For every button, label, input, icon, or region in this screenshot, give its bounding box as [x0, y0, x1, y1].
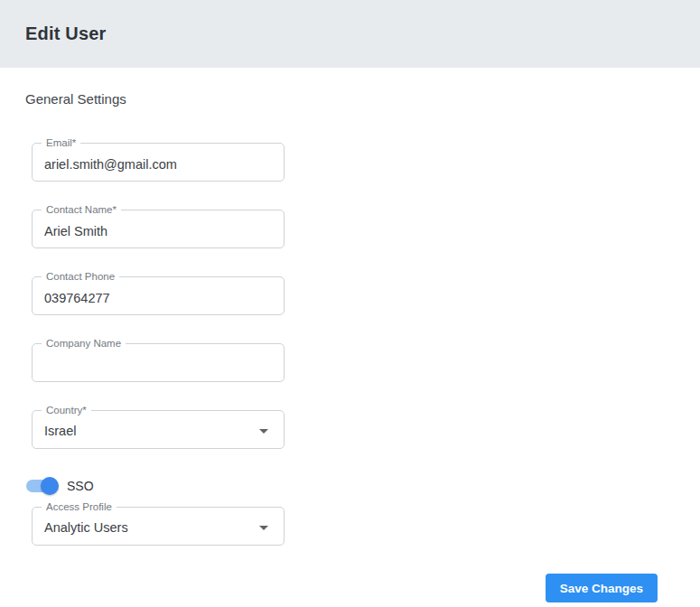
email-field-label: Email*	[42, 137, 80, 149]
edit-user-form-panel: General Settings Email* Contact Name* Co…	[0, 91, 700, 602]
sso-toggle[interactable]	[26, 477, 59, 495]
contact-name-field-label: Contact Name*	[42, 204, 121, 216]
contact-phone-input[interactable]	[33, 277, 284, 314]
dropdown-arrow-icon	[259, 429, 268, 434]
general-settings-form: Email* Contact Name* Contact Phone Compa…	[32, 143, 675, 546]
save-changes-button[interactable]: Save Changes	[546, 574, 658, 602]
email-field[interactable]: Email*	[32, 143, 285, 182]
page-title: Edit User	[25, 23, 107, 44]
contact-phone-field-label: Contact Phone	[42, 271, 119, 283]
page-header: Edit User	[0, 0, 700, 68]
company-name-field[interactable]: Company Name	[32, 343, 285, 382]
contact-phone-field[interactable]: Contact Phone	[32, 276, 285, 315]
email-input[interactable]	[33, 144, 284, 181]
dropdown-arrow-icon	[259, 526, 268, 530]
company-name-input[interactable]	[33, 344, 284, 381]
country-select-label: Country*	[42, 405, 91, 416]
toggle-thumb	[41, 477, 59, 495]
access-profile-select-label: Access Profile	[42, 501, 117, 513]
contact-name-field[interactable]: Contact Name*	[32, 210, 285, 248]
section-title-general-settings: General Settings	[25, 91, 675, 107]
form-footer: Save Changes	[25, 574, 675, 602]
company-name-field-label: Company Name	[42, 338, 126, 350]
contact-name-input[interactable]	[33, 210, 284, 247]
country-select[interactable]: Country* Israel	[32, 410, 285, 449]
sso-toggle-label: SSO	[67, 479, 94, 493]
access-profile-select[interactable]: Access Profile Analytic Users	[32, 507, 285, 546]
sso-toggle-row: SSO	[26, 477, 675, 495]
